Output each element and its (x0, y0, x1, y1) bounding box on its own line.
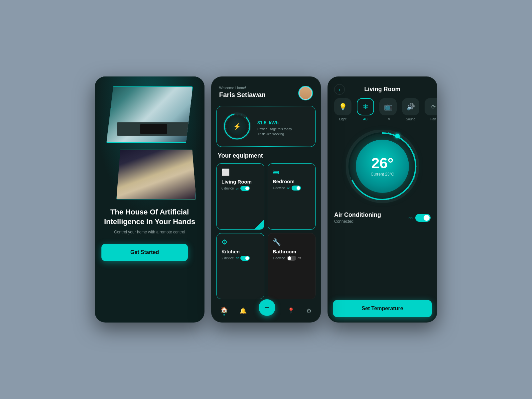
ac-toggle[interactable]: on (409, 214, 431, 222)
room-card-kitchen[interactable]: ⚙ Kitchen 2 device on (216, 233, 264, 300)
room-name: Kitchen (221, 249, 259, 254)
welcome-text: Welcome Home! (219, 86, 266, 90)
device-count: 1 device (273, 256, 285, 260)
power-desc: Power usage this today 12 device working (257, 127, 292, 137)
room-toggle[interactable]: on (236, 256, 250, 261)
toggle-label: on (236, 256, 239, 260)
device-tabs: 💡 Light ❄ AC 📺 TV 🔊 Sound ⟳ Fan (328, 98, 437, 126)
ac-status: Connected (334, 219, 381, 224)
nav-notifications[interactable]: 🔔 (239, 307, 247, 315)
device-count: 6 device (221, 187, 234, 190)
tab-ac-label: AC (363, 117, 368, 121)
room-image-1 (106, 86, 193, 143)
get-started-button[interactable]: Get Started (101, 244, 188, 261)
toggle-pill[interactable] (240, 256, 250, 261)
light-icon: 💡 (334, 98, 351, 115)
ac-icon: ❄ (357, 98, 374, 115)
set-temperature-button[interactable]: Set Temperature (333, 300, 432, 317)
fan-icon: ⟳ (425, 98, 437, 115)
room-name: Living Room (221, 179, 259, 185)
tab-fan[interactable]: ⟳ Fan (423, 98, 437, 121)
tab-light-label: Light (339, 117, 346, 121)
temperature-dial-area: 26° Current 23°C (328, 126, 437, 206)
toggle-pill[interactable] (287, 256, 296, 261)
nav-location[interactable]: 📍 (287, 307, 295, 315)
room-card-living[interactable]: ⬜ Living Room 6 device on (216, 163, 264, 230)
screen-living-room: ‹ Living Room 💡 Light ❄ AC 📺 TV 🔊 Sound (328, 76, 437, 323)
sofa-icon: ⬜ (221, 168, 259, 176)
toggle-label: on (236, 187, 239, 190)
bathroom-icon: 🔧 (273, 238, 311, 246)
user-name: Faris Setiawan (219, 91, 266, 99)
tab-tv[interactable]: 📺 TV (378, 98, 398, 121)
room-name: Bedroom (273, 179, 311, 184)
set-btn-label: Set Temperature (361, 306, 403, 312)
ac-section: Air Conditioning Connected on (328, 206, 437, 229)
tab-tv-label: TV (386, 117, 390, 121)
toggle-label: off (298, 256, 301, 260)
power-value: 81.5 kWh (257, 116, 292, 127)
toggle-label: on (287, 187, 290, 190)
ac-toggle-pill[interactable] (415, 214, 431, 222)
tab-ac[interactable]: ❄ AC (355, 98, 375, 121)
tab-fan-label: Fan (430, 117, 436, 121)
nav-settings[interactable]: ⚙ (306, 307, 312, 315)
bed-icon: 🛏 (273, 168, 311, 176)
toggle-pill[interactable] (240, 186, 250, 191)
power-card: ⚡ 81.5 kWh Power usage this today 12 dev… (216, 106, 316, 147)
room-image-2 (116, 150, 196, 200)
svg-point-27 (416, 166, 417, 167)
room-card-bedroom[interactable]: 🛏 Bedroom 4 device on (268, 163, 316, 230)
fab-add[interactable]: + (259, 299, 275, 316)
room-title: Living Room (364, 86, 401, 93)
tv-icon: 📺 (379, 98, 397, 115)
room-toggle[interactable]: off (287, 256, 301, 261)
rooms-grid: ⬜ Living Room 6 device on 🛏 Bedroom (211, 163, 321, 299)
kitchen-icon: ⚙ (221, 238, 259, 246)
headline: The House Of Artificial Intelligence In … (101, 207, 198, 226)
ac-toggle-label: on (409, 216, 413, 220)
power-dial: ⚡ (222, 111, 252, 141)
temperature-display: 26° Current 23°C (356, 140, 409, 193)
dial-handle[interactable] (395, 134, 400, 138)
avatar[interactable] (298, 86, 313, 100)
tab-sound-label: Sound (406, 117, 416, 121)
toggle-pill[interactable] (292, 186, 301, 191)
ac-name: Air Conditioning (334, 211, 381, 218)
sound-icon: 🔊 (402, 98, 419, 115)
temperature-set: 26° (371, 156, 394, 171)
room-toggle[interactable]: on (287, 186, 301, 191)
back-button[interactable]: ‹ (334, 84, 345, 95)
room-header: ‹ Living Room (328, 76, 437, 98)
temperature-dial[interactable]: 26° Current 23°C (346, 130, 419, 203)
tab-sound[interactable]: 🔊 Sound (401, 98, 421, 121)
device-count: 2 device (221, 256, 234, 260)
tab-light[interactable]: 💡 Light (333, 98, 353, 121)
equipment-title: Your equipment (211, 152, 321, 163)
room-name: Bathroom (273, 249, 311, 254)
room-toggle[interactable]: on (236, 186, 250, 191)
nav-home[interactable]: 🏠 (220, 306, 228, 316)
room-card-bathroom[interactable]: 🔧 Bathroom 1 device off (268, 233, 316, 300)
bottom-nav: 🏠 🔔 + 📍 ⚙ (211, 299, 321, 323)
screen-home: Welcome Home! Faris Setiawan (211, 76, 321, 323)
subtext: Control your home with a remote control (101, 230, 198, 234)
device-count: 4 device (273, 186, 285, 190)
screen-intro: The House Of Artificial Intelligence In … (95, 76, 204, 323)
bolt-icon: ⚡ (233, 122, 241, 130)
temperature-current: Current 23°C (371, 172, 394, 177)
